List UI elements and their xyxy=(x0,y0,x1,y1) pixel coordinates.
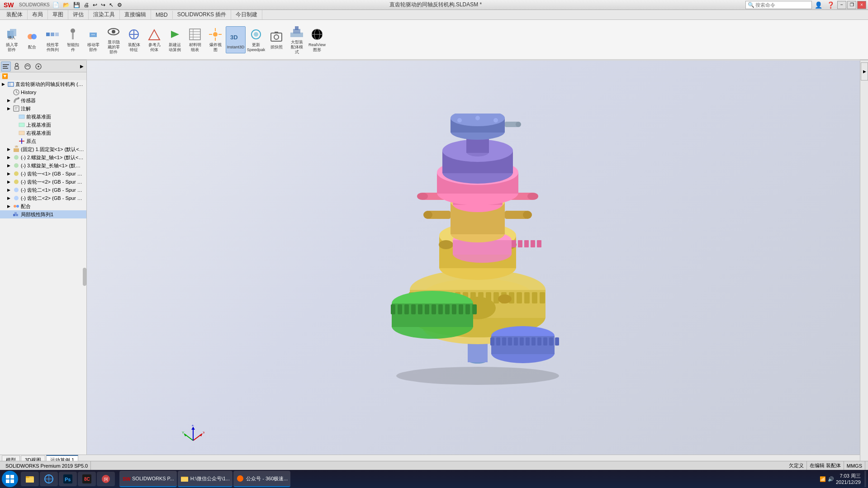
ribbon-show-hidden[interactable]: 显示隐藏的零部件 xyxy=(104,26,123,53)
options-icon[interactable]: ⚙ xyxy=(116,2,123,8)
expander-gear1-1[interactable]: ▶ xyxy=(7,171,13,176)
expander-sensors[interactable]: ▶ xyxy=(7,98,13,103)
ribbon-realview-label: RealView图形 xyxy=(308,43,326,52)
menu-tab-sketch[interactable]: 草图 xyxy=(48,10,68,19)
expander-mates[interactable]: ▶ xyxy=(7,204,13,208)
tree-item-origin[interactable]: 原点 xyxy=(0,137,86,145)
new-file-icon[interactable]: 📄 xyxy=(52,2,60,8)
svg-point-166 xyxy=(527,193,538,200)
title-bar: SW SOLIDWORKS 📄 📂 💾 🖨 ↩ ↪ ↖ ⚙ 直齿轮驱动的同轴反转… xyxy=(0,0,868,10)
ribbon-mate[interactable]: 配合 xyxy=(22,26,42,53)
tree-item-mates[interactable]: ▶ 配合 xyxy=(0,202,86,210)
tree-item-history[interactable]: History xyxy=(0,88,86,96)
ribbon-explode-label: 爆炸视图 xyxy=(209,43,222,52)
menu-tab-today[interactable]: 今日制建 xyxy=(231,10,262,19)
tray-time[interactable]: 7:03 周三 2021/12/29 xyxy=(836,473,861,486)
ribbon-large-assembly[interactable]: 大型装配体模式 xyxy=(287,26,307,53)
expander-gear2-1[interactable]: ▶ xyxy=(7,188,13,192)
tree-item-gear1-2[interactable]: ▶ (-) 齿轮一<2> (GB - Spur gear 3M xyxy=(0,178,86,186)
ribbon-smart-fastener[interactable]: 智能扣件 xyxy=(63,26,83,53)
3d-viewport[interactable]: X Y Z xyxy=(87,61,868,474)
sidebar-expand-arrow[interactable]: ▶ xyxy=(78,64,85,69)
tree-item-root[interactable]: ▶ 直齿轮驱动的同轴反转机构 (默认<默认 xyxy=(0,80,86,88)
ribbon-explode[interactable]: 爆炸视图 xyxy=(205,26,225,53)
expander-annotations[interactable]: ▶ xyxy=(7,106,13,111)
user-icon[interactable]: 👤 xyxy=(813,1,824,9)
taskbar-solidworks-app[interactable]: SW SOLIDWORKS P... xyxy=(119,471,177,487)
ribbon-instant3d[interactable]: 3D Instant3D xyxy=(226,26,246,53)
expander-spiral-short[interactable]: ▶ xyxy=(7,155,13,160)
svg-rect-196 xyxy=(10,479,14,483)
menu-tab-evaluate[interactable]: 评估 xyxy=(68,10,89,19)
menu-tab-plugins[interactable]: SOLIDWORKS 插件 xyxy=(173,10,232,19)
tree-item-spiral-short[interactable]: ▶ (-) 2.螺旋架_轴<1> (默认<<默认 xyxy=(0,153,86,161)
undo-icon[interactable]: ↩ xyxy=(92,2,98,8)
tree-item-top-plane[interactable]: 上视基准面 xyxy=(0,121,86,129)
ribbon-snapshot[interactable]: 抓快照 xyxy=(266,26,286,53)
help-icon[interactable]: ❓ xyxy=(825,1,836,9)
taskbar-app4[interactable]: 8C xyxy=(78,472,96,486)
sidebar-tab-appearance[interactable] xyxy=(23,62,33,71)
sidebar-tab-feature-tree[interactable] xyxy=(1,62,11,71)
search-box[interactable]: 🔍 xyxy=(745,1,812,9)
tree-item-front-plane[interactable]: 前视基准面 xyxy=(0,113,86,121)
ribbon-move-part[interactable]: ↔ 移动零部件 xyxy=(83,26,103,53)
svg-text:Y: Y xyxy=(182,431,185,435)
ribbon-bom-label: 材料明细表 xyxy=(189,43,201,52)
menu-tab-assembly[interactable]: 装配体 xyxy=(2,10,28,19)
tree-item-gear2-1[interactable]: ▶ (-) 齿轮二<1> (GB - Spur gear 3M xyxy=(0,186,86,194)
ribbon-bom[interactable]: 材料明细表 xyxy=(185,26,205,53)
expander-gear1-2[interactable]: ▶ xyxy=(7,180,13,184)
sidebar-scrollbar[interactable] xyxy=(83,268,86,286)
redo-icon[interactable]: ↪ xyxy=(100,2,106,8)
menu-tab-render[interactable]: 渲染工具 xyxy=(89,10,120,19)
menu-tab-mbd[interactable]: MBD xyxy=(151,11,173,19)
sidebar-tab-property[interactable] xyxy=(12,62,22,71)
svg-text:↔: ↔ xyxy=(90,31,96,38)
expander-root[interactable]: ▶ xyxy=(2,82,7,86)
tree-item-right-plane-label: 右视基准面 xyxy=(26,130,51,137)
sidebar-tab-custom[interactable] xyxy=(33,62,43,71)
menu-tab-layout[interactable]: 布局 xyxy=(28,10,48,19)
svg-point-212 xyxy=(237,475,243,482)
taskbar-file-explorer[interactable] xyxy=(21,472,39,486)
taskbar-folder-app[interactable]: H:\微信公众号\1... xyxy=(178,471,232,487)
tree-item-spiral-long[interactable]: ▶ (-) 3.螺旋架_长轴<1> (默认<<默认 xyxy=(0,161,86,170)
tree-item-annotations[interactable]: ▶ 注解 xyxy=(0,104,86,113)
tree-item-local-array[interactable]: 局部线性阵列1 xyxy=(0,210,86,218)
ribbon-move-part-label: 移动零部件 xyxy=(87,43,100,52)
expander-fixed-frame[interactable]: ▶ xyxy=(7,147,13,152)
start-button[interactable] xyxy=(2,471,18,487)
ribbon-insert-part-label: 插入零部件 xyxy=(6,43,18,52)
taskbar-app5[interactable]: 阿 xyxy=(97,472,115,486)
save-icon[interactable]: 💾 xyxy=(72,2,81,8)
search-input[interactable] xyxy=(755,2,810,8)
taskbar-browser[interactable] xyxy=(40,472,58,486)
ribbon-ref-geometry[interactable]: 参考几何体 xyxy=(144,26,164,53)
ribbon-speedpak[interactable]: 更新Speedpak xyxy=(246,26,266,53)
print-icon[interactable]: 🖨 xyxy=(83,2,90,8)
open-file-icon[interactable]: 📂 xyxy=(62,2,71,8)
taskbar-browser-app[interactable]: 公众号 - 360极速... xyxy=(233,471,290,487)
expander-gear2-2[interactable]: ▶ xyxy=(7,196,13,200)
tray-show-desktop[interactable] xyxy=(864,471,866,487)
tree-item-gear1-1[interactable]: ▶ (-) 齿轮一<1> (GB - Spur gear 3M xyxy=(0,170,86,178)
ribbon-assembly-feature[interactable]: 装配体特征 xyxy=(124,26,144,53)
taskbar-photoshop[interactable]: Ps xyxy=(59,472,77,486)
ribbon-linear-array[interactable]: 线性零件阵列 xyxy=(43,26,62,53)
tree-item-fixed-frame[interactable]: ▶ 固 (固定) 1.固定架<1> (默认<<默认> xyxy=(0,145,86,153)
ribbon-insert-part[interactable]: 插入 插入零部件 xyxy=(2,26,22,53)
ribbon-realview[interactable]: RealView图形 xyxy=(307,26,327,53)
menu-tab-direct[interactable]: 直接编辑 xyxy=(120,10,151,19)
select-icon[interactable]: ↖ xyxy=(108,2,114,8)
tree-item-gear2-2[interactable]: ▶ (-) 齿轮二<2> (GB - Spur gear 3M xyxy=(0,194,86,202)
right-tab-1[interactable]: ▶ xyxy=(861,62,868,81)
tree-item-origin-label: 原点 xyxy=(26,138,36,145)
close-button[interactable]: × xyxy=(857,1,866,9)
tree-item-right-plane[interactable]: 右视基准面 xyxy=(0,129,86,137)
restore-button[interactable]: ❐ xyxy=(847,1,856,9)
tree-item-sensors[interactable]: ▶ 传感器 xyxy=(0,96,86,104)
ribbon-new-motion[interactable]: 新建运动算例 xyxy=(165,26,185,53)
expander-spiral-long[interactable]: ▶ xyxy=(7,163,13,168)
minimize-button[interactable]: − xyxy=(837,1,846,9)
